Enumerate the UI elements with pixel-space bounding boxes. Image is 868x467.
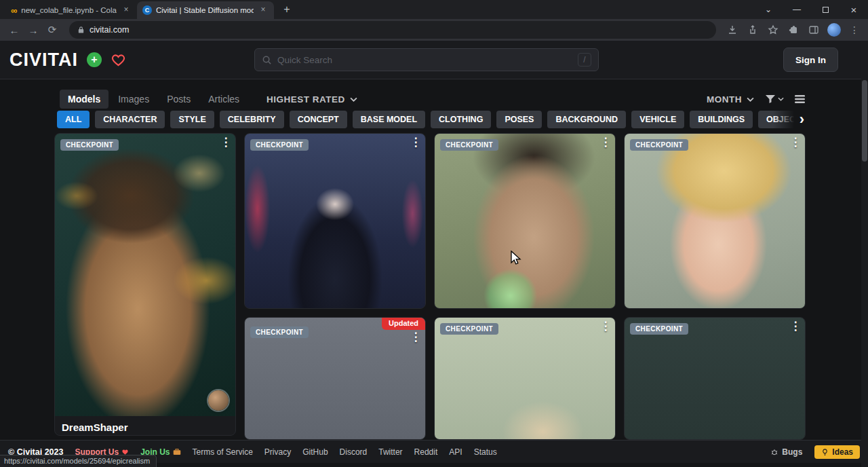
category-chip[interactable]: CHARACTER — [95, 111, 165, 128]
layout-toggle-button[interactable] — [795, 94, 805, 104]
back-button[interactable]: ← — [5, 21, 23, 39]
category-chip[interactable]: CELEBRITY — [220, 111, 284, 128]
bugs-button[interactable]: Bugs — [765, 445, 808, 459]
category-chip[interactable]: VEHICLE — [631, 111, 684, 128]
checkpoint-badge: CHECKPOINT — [250, 326, 309, 338]
reload-button[interactable]: ⟳ — [43, 21, 61, 39]
civitai-favicon: C — [142, 5, 152, 15]
tab-colab[interactable]: ∞ new_colab_file.ipynb - Colaborat × — [5, 1, 137, 19]
search-input[interactable] — [277, 55, 572, 65]
model-card-cetus-mix[interactable]: CHECKPOINT ⋮ Cetus-Mix ★★★★★ 225 2.7K 42 — [244, 133, 426, 309]
favorites-heart-icon[interactable] — [111, 53, 126, 67]
model-card-dreamshaper[interactable]: CHECKPOINT ⋮ DreamShaper — [54, 133, 236, 436]
category-chip[interactable]: BASE MODEL — [353, 111, 425, 128]
list-layout-icon — [795, 94, 805, 104]
model-image: CHECKPOINT ⋮ — [625, 318, 805, 440]
tab-models[interactable]: Models — [60, 90, 108, 109]
category-chip[interactable]: STYLE — [170, 111, 214, 128]
tab-close-icon[interactable]: × — [258, 5, 269, 16]
chevron-down-icon — [747, 97, 754, 102]
page-scrollbar[interactable] — [861, 41, 868, 467]
toolbar-icons: ⋮ — [724, 22, 863, 38]
create-plus-button[interactable]: + — [87, 52, 102, 67]
browser-status-bar: https://civitai.com/models/25694/epicrea… — [0, 455, 157, 467]
model-image: CHECKPOINT ⋮ — [245, 134, 425, 309]
chevron-down-icon — [778, 97, 784, 101]
model-card-partial[interactable]: CHECKPOINT ⋮ — [624, 317, 806, 440]
filter-button[interactable] — [765, 94, 784, 104]
grid-column: CHECKPOINT ⋮ epiCRealism ★★★★★ 305 3.4K … — [434, 133, 616, 440]
forward-button[interactable]: → — [24, 21, 42, 39]
card-menu-icon[interactable]: ⋮ — [218, 135, 233, 149]
model-card-partial[interactable]: CHECKPOINT ⋮ — [434, 317, 616, 440]
search-icon — [262, 55, 272, 65]
side-panel-icon[interactable] — [806, 22, 822, 38]
bugs-label: Bugs — [782, 447, 802, 457]
nav-right-controls: MONTH — [707, 94, 805, 105]
bookmark-star-icon[interactable] — [765, 22, 781, 38]
category-chip[interactable]: BACKGROUND — [547, 111, 626, 128]
card-menu-icon[interactable]: ⋮ — [408, 330, 423, 344]
category-chip-all[interactable]: ALL — [57, 111, 90, 128]
model-image: Updated CHECKPOINT ⋮ — [245, 318, 425, 440]
footer-link-api[interactable]: API — [449, 447, 462, 457]
extensions-puzzle-icon[interactable] — [785, 22, 802, 38]
new-tab-button[interactable]: + — [278, 1, 296, 19]
maximize-button[interactable] — [811, 0, 840, 19]
download-icon[interactable] — [724, 22, 741, 38]
ideas-button[interactable]: Ideas — [814, 445, 860, 459]
content-type-tabs: Models Images Posts Articles — [60, 90, 248, 109]
civitai-logo[interactable]: CIVITAI — [9, 50, 78, 71]
tab-articles[interactable]: Articles — [200, 90, 248, 109]
chevron-down-icon — [350, 97, 357, 102]
browser-menu-icon[interactable]: ⋮ — [846, 22, 863, 38]
footer-link-terms[interactable]: Terms of Service — [193, 447, 253, 457]
footer-link-privacy[interactable]: Privacy — [264, 447, 291, 457]
period-dropdown[interactable]: MONTH — [707, 94, 754, 105]
footer-link-discord[interactable]: Discord — [340, 447, 368, 457]
bug-icon — [770, 448, 778, 456]
category-chip[interactable]: CLOTHING — [431, 111, 491, 128]
footer-link-status[interactable]: Status — [474, 447, 497, 457]
tab-images[interactable]: Images — [110, 90, 157, 109]
model-card-epicrealism[interactable]: CHECKPOINT ⋮ epiCRealism ★★★★★ 305 3.4K … — [434, 133, 616, 309]
models-grid: CHECKPOINT ⋮ DreamShaper CHECKPOINT ⋮ Ce… — [54, 133, 806, 440]
scrollbar-thumb[interactable] — [862, 80, 867, 162]
category-chip[interactable]: POSES — [496, 111, 542, 128]
close-window-button[interactable]: × — [840, 0, 868, 19]
sort-dropdown[interactable]: HIGHEST RATED — [267, 94, 357, 105]
card-menu-icon[interactable]: ⋮ — [788, 135, 803, 149]
categories-scroll-right-button[interactable]: › — [773, 111, 806, 128]
grid-column: CHECKPOINT ⋮ Cetus-Mix ★★★★★ 225 2.7K 42 — [244, 133, 426, 440]
tab-posts[interactable]: Posts — [159, 90, 199, 109]
card-menu-icon[interactable]: ⋮ — [598, 319, 613, 333]
address-bar[interactable]: civitai.com — [69, 21, 716, 39]
model-image: CHECKPOINT ⋮ — [55, 134, 235, 416]
lightbulb-icon — [821, 448, 829, 456]
minimize-button[interactable]: — — [783, 0, 811, 19]
footer-link-twitter[interactable]: Twitter — [378, 447, 402, 457]
card-menu-icon[interactable]: ⋮ — [788, 319, 803, 333]
model-card-partial[interactable]: Updated CHECKPOINT ⋮ — [244, 317, 426, 440]
footer-link-reddit[interactable]: Reddit — [414, 447, 438, 457]
model-card-xxmix[interactable]: CHECKPOINT ⋮ XXMix_9realistic ★★★★★ 193 … — [624, 133, 806, 309]
browser-toolbar: ← → ⟳ civitai.com ⋮ — [0, 19, 868, 41]
card-menu-icon[interactable]: ⋮ — [598, 135, 613, 149]
tab-civitai[interactable]: C Civitai | Stable Diffusion models, × — [137, 1, 274, 19]
creator-avatar[interactable] — [208, 390, 229, 411]
lock-icon — [77, 26, 85, 34]
card-menu-icon[interactable]: ⋮ — [408, 135, 423, 149]
category-chips: ALL CHARACTER STYLE CELEBRITY CONCEPT BA… — [57, 111, 806, 128]
logo-group: CIVITAI + — [9, 41, 126, 79]
tab-close-icon[interactable]: × — [121, 5, 132, 16]
search-box: / — [254, 48, 599, 71]
grid-column: CHECKPOINT ⋮ XXMix_9realistic ★★★★★ 193 … — [624, 133, 806, 440]
checkpoint-badge: CHECKPOINT — [440, 139, 498, 151]
category-chip[interactable]: BUILDINGS — [690, 111, 753, 128]
share-icon[interactable] — [745, 22, 761, 38]
profile-avatar[interactable] — [826, 22, 842, 38]
tab-search-icon[interactable]: ⌄ — [754, 0, 783, 19]
category-chip[interactable]: CONCEPT — [290, 111, 347, 128]
sign-in-button[interactable]: Sign In — [783, 48, 838, 72]
footer-link-github[interactable]: GitHub — [302, 447, 328, 457]
